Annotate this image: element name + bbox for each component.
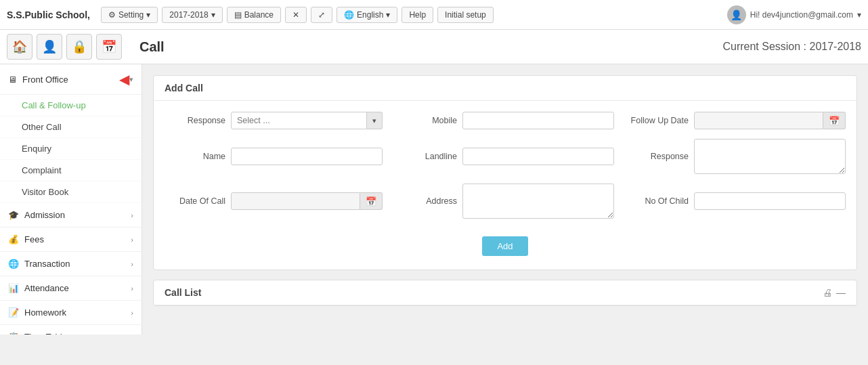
mobile-label: Mobile (396, 116, 457, 125)
address-textarea[interactable] (462, 184, 614, 219)
sidebar-section-front-office[interactable]: 🖥 Front Office ◀ ▾ (0, 64, 142, 95)
sidebar-item-enquiry[interactable]: Enquiry (0, 138, 142, 160)
date-of-call-row: Date Of Call 📅 (165, 184, 383, 219)
balance-button[interactable]: ▤ Balance (227, 7, 281, 23)
response2-label: Response (628, 152, 689, 161)
top-navigation: S.S.Public School, ⚙ Setting ▾ 2017-2018… (0, 0, 868, 30)
no-of-child-row: No Of Child (628, 184, 846, 219)
english-button[interactable]: 🌐 English ▾ (337, 7, 397, 23)
expand-button[interactable]: ⤢ (311, 7, 332, 23)
user-greeting: Hi! dev4junction@gmail.com (750, 10, 853, 20)
address-label: Address (396, 196, 457, 206)
followup-date-row: Follow Up Date 📅 (628, 112, 846, 129)
response-select[interactable]: Select ... (231, 112, 367, 129)
page-title: Call (139, 39, 165, 55)
chevron-down-icon: ▾ (146, 10, 150, 20)
main-content: Add Call Response Select ... ▾ (142, 64, 868, 335)
add-button[interactable]: Add (482, 236, 527, 256)
front-office-icon: 🖥 (8, 74, 17, 85)
sidebar-section-attendance[interactable]: 📊 Attendance › (0, 276, 142, 301)
select-arrow-button[interactable]: ▾ (367, 112, 383, 129)
print-icon[interactable]: 🖨 (823, 287, 832, 298)
expand-icon: ⤢ (318, 10, 325, 20)
chevron-right-icon: › (131, 284, 133, 293)
print-icons: 🖨 — (823, 287, 846, 298)
mobile-input[interactable] (462, 112, 614, 129)
address-row: Address (396, 184, 614, 219)
sidebar-section-transaction[interactable]: 🌐 Transaction › (0, 252, 142, 276)
name-row: Name (165, 139, 383, 174)
add-call-header: Add Call (154, 76, 856, 101)
sidebar-item-visitor-book[interactable]: Visitor Book (0, 181, 142, 203)
help-button[interactable]: Help (402, 7, 433, 23)
avatar: 👤 (727, 5, 746, 24)
user-icon-button[interactable]: 👤 (37, 34, 62, 60)
sidebar-section-homework[interactable]: 📝 Homework › (0, 301, 142, 325)
call-list-card: Call List 🖨 — (153, 280, 857, 306)
sidebar-item-call-followup[interactable]: Call & Follow-up (0, 95, 142, 116)
arrow-right-icon: ◀ (119, 71, 129, 87)
user-area: 👤 Hi! dev4junction@gmail.com ▾ (727, 5, 861, 24)
transaction-icon: 🌐 (8, 259, 19, 269)
add-call-body: Response Select ... ▾ Mobile (154, 101, 856, 270)
name-label: Name (165, 152, 225, 161)
chevron-right-icon: › (131, 260, 133, 268)
lock-button[interactable]: 🔒 (66, 34, 92, 60)
attendance-icon: 📊 (8, 283, 19, 293)
date-of-call-calendar-button[interactable]: 📅 (360, 192, 383, 210)
chevron-down-icon: ▾ (211, 10, 215, 20)
landline-label: Landline (396, 152, 457, 161)
response-select-wrap: Select ... ▾ (231, 112, 383, 129)
followup-date-calendar-button[interactable]: 📅 (823, 112, 846, 129)
name-input[interactable] (231, 148, 383, 165)
initial-setup-button[interactable]: Initial setup (437, 7, 494, 23)
chevron-down-icon: ▾ (857, 10, 861, 20)
admission-icon: 🎓 (8, 210, 19, 220)
followup-date-input[interactable] (694, 112, 823, 129)
globe-icon: 🌐 (344, 10, 354, 20)
sidebar-section-fees[interactable]: 💰 Fees › (0, 228, 142, 252)
sidebar-item-complaint[interactable]: Complaint (0, 160, 142, 181)
calendar-button[interactable]: 📅 (96, 34, 122, 60)
session-label: Current Session : 2017-2018 (722, 41, 861, 53)
resize-icon: ✕ (292, 10, 299, 20)
call-list-header: Call List 🖨 — (154, 280, 856, 305)
followup-date-label: Follow Up Date (628, 116, 689, 125)
year-button[interactable]: 2017-2018 ▾ (162, 7, 222, 23)
date-of-call-label: Date Of Call (165, 196, 225, 206)
setting-button[interactable]: ⚙ Setting ▾ (101, 7, 158, 23)
response2-row: Response (628, 139, 846, 174)
landline-input[interactable] (462, 148, 614, 165)
chevron-down-icon: ▾ (386, 10, 390, 20)
chevron-right-icon: › (131, 309, 133, 317)
add-call-card: Add Call Response Select ... ▾ (153, 75, 857, 270)
call-list-title: Call List (165, 287, 201, 298)
mobile-row: Mobile (396, 112, 614, 129)
no-of-child-input[interactable] (694, 192, 846, 210)
homework-icon: 📝 (8, 307, 19, 318)
no-of-child-label: No Of Child (628, 196, 689, 206)
balance-icon: ▤ (234, 10, 242, 20)
sidebar-section-admission[interactable]: 🎓 Admission › (0, 203, 142, 228)
settings-icon: ⚙ (108, 10, 116, 20)
followup-date-wrap: 📅 (694, 112, 846, 129)
sidebar-item-other-call[interactable]: Other Call (0, 116, 142, 138)
response-row: Response Select ... ▾ (165, 112, 383, 129)
fees-icon: 💰 (8, 234, 19, 244)
home-button[interactable]: 🏠 (7, 34, 32, 60)
fullscreen-button[interactable]: ✕ (285, 7, 307, 23)
sidebar-section-timetable[interactable]: 📋 Time Table › (0, 325, 142, 335)
landline-row: Landline (396, 139, 614, 174)
date-of-call-input[interactable] (231, 192, 360, 210)
add-button-row: Add (165, 221, 846, 259)
chevron-right-icon: › (131, 211, 133, 219)
response-label: Response (165, 116, 225, 125)
chevron-right-icon: › (131, 236, 133, 244)
chevron-right-icon: › (131, 333, 133, 335)
timetable-icon: 📋 (8, 332, 19, 335)
school-name: S.S.Public School, (7, 9, 90, 20)
response2-textarea[interactable] (694, 139, 846, 174)
date-of-call-wrap: 📅 (231, 192, 383, 210)
sidebar: 🖥 Front Office ◀ ▾ Call & Follow-up Othe… (0, 64, 142, 335)
close-list-icon[interactable]: — (836, 287, 846, 298)
